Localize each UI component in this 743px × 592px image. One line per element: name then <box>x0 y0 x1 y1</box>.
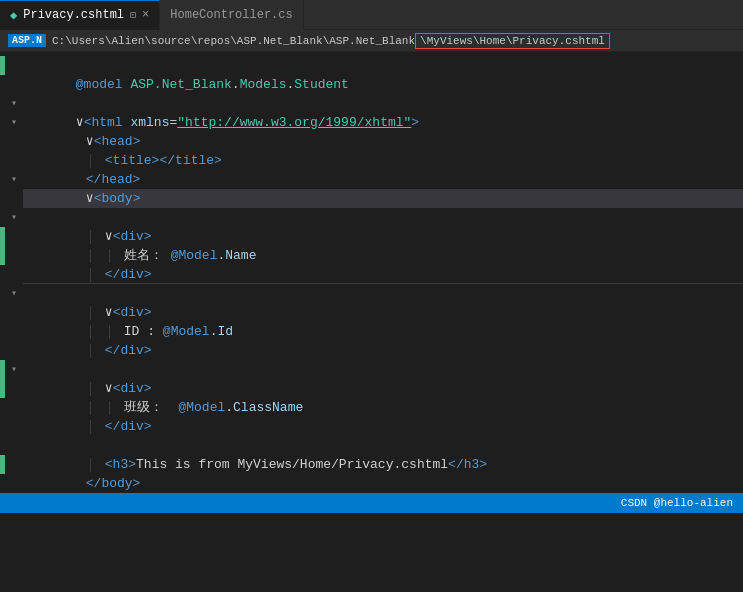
fold-2 <box>5 75 23 94</box>
tab-bar: ◆ Privacy.cshtml ⊡ × HomeController.cs <box>0 0 743 30</box>
fold-12 <box>5 265 23 284</box>
breadcrumb-highlighted: \MyViews\Home\Privacy.cshtml <box>415 33 610 49</box>
fold-1 <box>5 56 23 75</box>
fold-6 <box>5 151 23 170</box>
fold-18 <box>5 379 23 398</box>
breadcrumb-prefix: C:\Users\Alien\source\repos\ASP.Net_Blan… <box>52 35 415 47</box>
line-21: <h3>This is from MyViews/Home/Privacy.cs… <box>23 436 743 455</box>
fold-gutter: ▾ ▾ ▾ ▾ ▾ ▾ <box>5 52 23 493</box>
line-13: ∨<div> <box>23 284 743 303</box>
fold-5 <box>5 132 23 151</box>
line-17: ∨<div> <box>23 360 743 379</box>
fold-21 <box>5 436 23 455</box>
tab-label-2: HomeController.cs <box>170 8 292 22</box>
fold-22 <box>5 455 23 474</box>
fold-15 <box>5 322 23 341</box>
fold-11 <box>5 246 23 265</box>
fold-9[interactable]: ▾ <box>5 208 23 227</box>
fold-20 <box>5 417 23 436</box>
fold-13[interactable]: ▾ <box>5 284 23 303</box>
tab-icon: ◆ <box>10 8 17 23</box>
fold-7[interactable]: ▾ <box>5 170 23 189</box>
tab-label: Privacy.cshtml <box>23 8 124 22</box>
fold-17[interactable]: ▾ <box>5 360 23 379</box>
line-1: @model ASP.Net_Blank.Models.Student <box>23 56 743 75</box>
fold-4[interactable]: ▾ <box>5 113 23 132</box>
line-3: ∨<html xmlns="http://www.w3.org/1999/xht… <box>23 94 743 113</box>
fold-23 <box>5 474 23 493</box>
tab-close[interactable]: × <box>142 8 149 22</box>
fold-16 <box>5 341 23 360</box>
fold-8 <box>5 189 23 208</box>
tab-pin: ⊡ <box>130 9 136 21</box>
fold-14 <box>5 303 23 322</box>
fold-19 <box>5 398 23 417</box>
tab-homecontroller[interactable]: HomeController.cs <box>160 0 303 30</box>
status-bar: CSDN @hello-alien <box>0 493 743 513</box>
editor-area: ▾ ▾ ▾ ▾ ▾ ▾ @model ASP.Net_Blank.Models.… <box>0 52 743 493</box>
tab-privacy[interactable]: ◆ Privacy.cshtml ⊡ × <box>0 0 160 30</box>
fold-3[interactable]: ▾ <box>5 94 23 113</box>
status-text: CSDN @hello-alien <box>621 497 733 509</box>
fold-10 <box>5 227 23 246</box>
line-9: ∨<div> <box>23 208 743 227</box>
asp-badge: ASP.N <box>8 34 46 47</box>
code-editor[interactable]: @model ASP.Net_Blank.Models.Student ∨<ht… <box>23 52 743 493</box>
breadcrumb-bar: ASP.N C:\Users\Alien\source\repos\ASP.Ne… <box>0 30 743 52</box>
